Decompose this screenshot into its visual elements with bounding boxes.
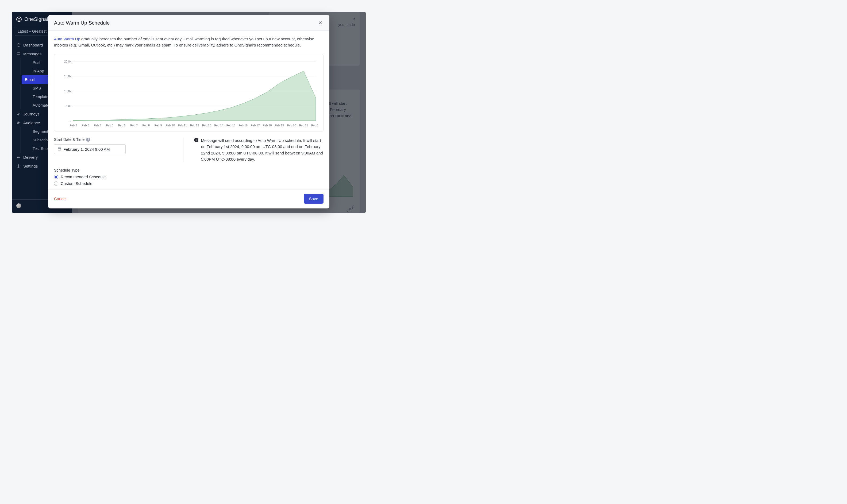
schedule-type-section: Schedule Type Recommended Schedule Custo… bbox=[54, 168, 323, 186]
warmup-area-chart: 05.0k10.0k15.0k20.0kFeb 2Feb 3Feb 4Feb 5… bbox=[59, 59, 318, 128]
svg-text:Feb 8: Feb 8 bbox=[142, 124, 150, 127]
onesignal-logo-icon bbox=[16, 16, 22, 22]
radio-icon bbox=[54, 175, 58, 179]
audience-icon bbox=[16, 121, 21, 125]
gauge-icon bbox=[16, 43, 21, 47]
svg-text:Feb 12: Feb 12 bbox=[190, 124, 199, 127]
modal-title: Auto Warm Up Schedule bbox=[54, 20, 110, 26]
svg-text:Feb 6: Feb 6 bbox=[118, 124, 126, 127]
sidebar-item-label: Messages bbox=[23, 52, 41, 56]
sidebar-item-label: Delivery bbox=[23, 155, 38, 160]
sidebar-item-label: Dashboard bbox=[23, 43, 43, 47]
schedule-type-label: Schedule Type bbox=[54, 168, 80, 173]
schedule-info-section: i Message will send according to Auto Wa… bbox=[194, 137, 323, 162]
schedule-info-text: Message will send according to Auto Warm… bbox=[201, 137, 323, 162]
svg-text:Feb 15: Feb 15 bbox=[227, 124, 235, 127]
modal-header: Auto Warm Up Schedule ✕ bbox=[48, 15, 330, 31]
svg-text:15.0k: 15.0k bbox=[64, 75, 71, 78]
svg-text:Feb 14: Feb 14 bbox=[214, 124, 223, 127]
modal-footer: Cancel Save bbox=[48, 189, 330, 209]
svg-text:Feb 5: Feb 5 bbox=[106, 124, 113, 127]
svg-rect-4 bbox=[17, 53, 20, 55]
app-selector-label: Latest + Greatest bbox=[18, 29, 47, 33]
start-date-label: Start Date & Time bbox=[54, 137, 85, 142]
svg-text:Feb 17: Feb 17 bbox=[251, 124, 260, 127]
journeys-icon bbox=[16, 112, 21, 116]
intro-rest: gradually increases the number of emails… bbox=[54, 37, 314, 47]
start-date-label-row: Start Date & Time ? bbox=[54, 137, 177, 142]
close-icon: ✕ bbox=[318, 20, 322, 26]
svg-text:Feb 22: Feb 22 bbox=[311, 124, 318, 127]
svg-text:5.0k: 5.0k bbox=[66, 104, 71, 107]
svg-text:Feb 19: Feb 19 bbox=[275, 124, 284, 127]
radio-custom-label: Custom Schedule bbox=[61, 181, 92, 186]
svg-text:Feb 3: Feb 3 bbox=[82, 124, 89, 127]
avatar[interactable] bbox=[16, 203, 21, 208]
svg-text:20.0k: 20.0k bbox=[64, 59, 71, 63]
message-icon bbox=[16, 52, 21, 56]
svg-text:Feb 4: Feb 4 bbox=[94, 124, 101, 127]
close-button[interactable]: ✕ bbox=[317, 20, 323, 26]
svg-text:Feb 2: Feb 2 bbox=[70, 124, 77, 127]
svg-text:10.0k: 10.0k bbox=[64, 89, 71, 92]
modal-body: Auto Warm Up gradually increases the num… bbox=[48, 31, 330, 189]
gear-icon bbox=[16, 164, 21, 168]
intro-text: Auto Warm Up gradually increases the num… bbox=[54, 36, 323, 48]
svg-point-5 bbox=[17, 122, 18, 123]
radio-custom[interactable]: Custom Schedule bbox=[54, 181, 323, 186]
start-date-input[interactable]: February 1, 2024 9:00 AM bbox=[54, 144, 126, 154]
svg-text:Feb 9: Feb 9 bbox=[155, 124, 162, 127]
svg-point-7 bbox=[18, 166, 19, 167]
brand-name: OneSignal bbox=[24, 16, 48, 22]
svg-text:0: 0 bbox=[70, 119, 71, 122]
svg-rect-39 bbox=[58, 148, 61, 150]
save-button[interactable]: Save bbox=[304, 194, 323, 204]
sidebar-item-label: Settings bbox=[23, 164, 38, 168]
sidebar-item-label: Audience bbox=[23, 121, 40, 125]
svg-text:Feb 20: Feb 20 bbox=[287, 124, 296, 127]
radio-recommended-label: Recommended Schedule bbox=[61, 175, 106, 179]
svg-text:Feb 13: Feb 13 bbox=[202, 124, 211, 127]
chart-card: 05.0k10.0k15.0k20.0kFeb 2Feb 3Feb 4Feb 5… bbox=[54, 54, 323, 131]
svg-text:Feb 16: Feb 16 bbox=[239, 124, 248, 127]
svg-text:Feb 7: Feb 7 bbox=[130, 124, 138, 127]
svg-text:Feb 10: Feb 10 bbox=[166, 124, 175, 127]
delivery-icon bbox=[16, 155, 21, 160]
start-date-section: Start Date & Time ? February 1, 2024 9:0… bbox=[54, 137, 183, 162]
svg-text:Feb 11: Feb 11 bbox=[178, 124, 187, 127]
auto-warm-up-link[interactable]: Auto Warm Up bbox=[54, 37, 80, 41]
help-icon[interactable]: ? bbox=[86, 138, 90, 142]
start-date-value: February 1, 2024 9:00 AM bbox=[64, 147, 110, 151]
svg-text:Feb 18: Feb 18 bbox=[263, 124, 272, 127]
calendar-icon bbox=[57, 147, 61, 151]
warmup-schedule-modal: Auto Warm Up Schedule ✕ Auto Warm Up gra… bbox=[48, 15, 330, 209]
radio-icon bbox=[54, 181, 58, 186]
svg-point-6 bbox=[19, 122, 19, 123]
cancel-button[interactable]: Cancel bbox=[54, 196, 67, 201]
sidebar-item-label: Journeys bbox=[23, 112, 39, 116]
info-icon: i bbox=[194, 138, 198, 142]
radio-recommended[interactable]: Recommended Schedule bbox=[54, 175, 323, 179]
svg-text:Feb 21: Feb 21 bbox=[299, 124, 308, 127]
